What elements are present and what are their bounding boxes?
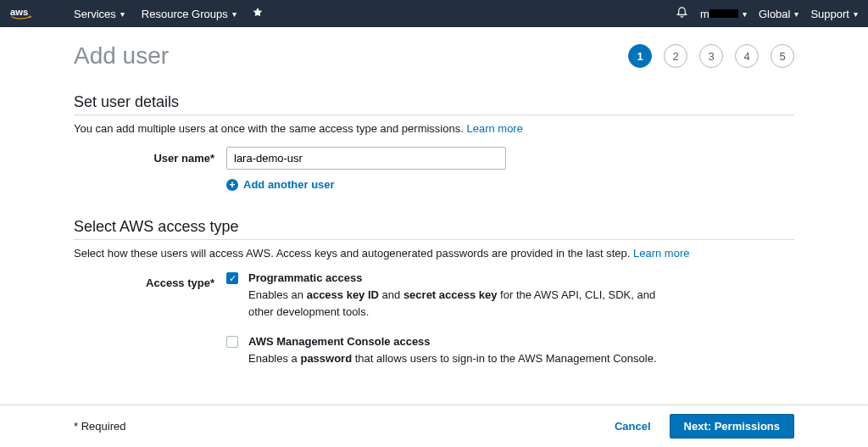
add-another-user-label: Add another user xyxy=(243,178,335,191)
nav-services-label: Services xyxy=(74,8,116,20)
access-type-label: Access type* xyxy=(74,271,226,289)
step-1[interactable]: 1 xyxy=(628,44,652,68)
username-label: User name* xyxy=(74,147,226,165)
cancel-button[interactable]: Cancel xyxy=(615,420,651,433)
select-access-type-desc: Select how these users will access AWS. … xyxy=(74,247,794,260)
console-access-checkbox[interactable] xyxy=(226,336,238,348)
page-header: Add user 1 2 3 4 5 xyxy=(74,42,794,70)
step-2[interactable]: 2 xyxy=(664,44,687,68)
aws-logo-icon: aws xyxy=(10,6,48,21)
nav-support[interactable]: Support ▾ xyxy=(810,8,858,20)
pin-icon[interactable] xyxy=(252,7,264,21)
wizard-stepper: 1 2 3 4 5 xyxy=(628,44,794,68)
nav-account[interactable]: m ▾ xyxy=(700,8,747,20)
programmatic-access-title: Programmatic access xyxy=(248,271,659,284)
notifications-icon[interactable] xyxy=(676,6,688,21)
option-console-access: AWS Management Console access Enables a … xyxy=(226,335,659,367)
programmatic-access-desc: Enables an access key ID and secret acce… xyxy=(248,287,659,320)
nav-right: m ▾ Global ▾ Support ▾ xyxy=(676,6,858,21)
access-type-row: Access type* ✓ Programmatic access Enabl… xyxy=(74,271,794,383)
learn-more-link[interactable]: Learn more xyxy=(466,122,522,135)
username-input[interactable] xyxy=(226,147,506,170)
chevron-down-icon: ▾ xyxy=(854,9,858,19)
set-user-details-title: Set user details xyxy=(74,93,794,115)
programmatic-access-checkbox[interactable]: ✓ xyxy=(226,272,238,284)
aws-logo[interactable]: aws xyxy=(10,6,48,21)
plus-circle-icon: + xyxy=(226,179,238,191)
wizard-footer: * Required Cancel Next: Permissions xyxy=(0,405,868,447)
step-5[interactable]: 5 xyxy=(771,44,794,68)
page-body: Add user 1 2 3 4 5 Set user details You … xyxy=(65,27,803,447)
step-3[interactable]: 3 xyxy=(699,44,723,68)
console-access-title: AWS Management Console access xyxy=(248,335,659,348)
nav-support-label: Support xyxy=(810,8,849,20)
nav-resource-groups[interactable]: Resource Groups ▾ xyxy=(133,8,245,20)
svg-text:aws: aws xyxy=(10,7,28,17)
nav-resource-groups-label: Resource Groups xyxy=(142,8,228,20)
nav-region[interactable]: Global ▾ xyxy=(759,8,799,20)
chevron-down-icon: ▾ xyxy=(743,9,747,19)
select-access-type-title: Select AWS access type xyxy=(74,218,794,240)
top-nav: aws Services ▾ Resource Groups ▾ m ▾ Glo… xyxy=(0,0,868,27)
console-access-desc: Enables a password that allows users to … xyxy=(248,350,659,367)
chevron-down-icon: ▾ xyxy=(794,9,798,19)
nav-services[interactable]: Services ▾ xyxy=(65,8,133,20)
nav-account-prefix: m xyxy=(700,8,709,20)
chevron-down-icon: ▾ xyxy=(120,9,125,19)
account-name-redacted xyxy=(709,9,738,18)
page-title: Add user xyxy=(74,42,169,70)
set-user-details-desc: You can add multiple users at once with … xyxy=(74,122,794,135)
step-4[interactable]: 4 xyxy=(735,44,759,68)
learn-more-link[interactable]: Learn more xyxy=(633,247,689,260)
next-permissions-button[interactable]: Next: Permissions xyxy=(670,414,794,439)
option-programmatic-access: ✓ Programmatic access Enables an access … xyxy=(226,271,659,320)
nav-region-label: Global xyxy=(759,8,791,20)
required-fields-note: * Required xyxy=(74,420,125,433)
username-row: User name* xyxy=(74,147,794,170)
chevron-down-icon: ▾ xyxy=(232,9,236,19)
add-another-user-link[interactable]: + Add another user xyxy=(226,178,794,191)
